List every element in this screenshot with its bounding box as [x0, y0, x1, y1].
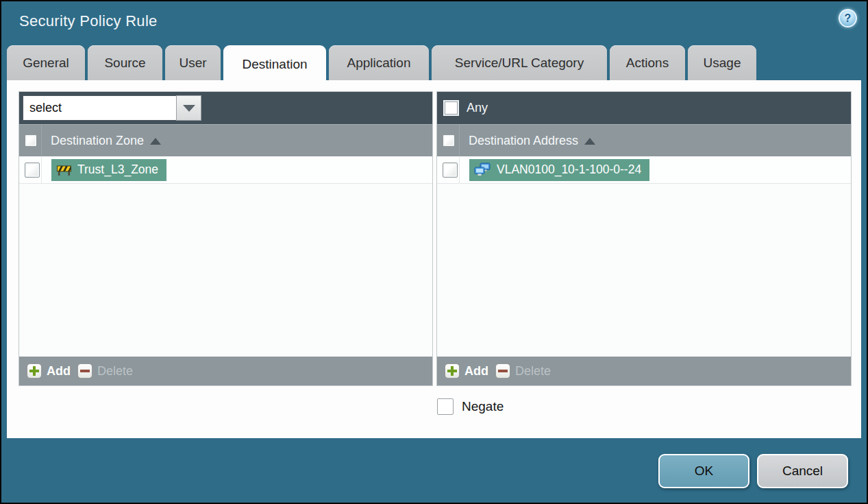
destination-address-panel: Any Destination Address	[436, 91, 852, 386]
zone-list: Trust_L3_Zone	[19, 156, 432, 357]
add-address-label: Add	[464, 364, 488, 379]
zone-panel-topbar	[19, 92, 432, 124]
zone-chip-label: Trust_L3_Zone	[77, 163, 158, 177]
destination-zone-panel: Destination Zone	[18, 91, 433, 386]
help-icon[interactable]: ?	[839, 9, 857, 27]
zone-chip[interactable]: Trust_L3_Zone	[51, 159, 166, 181]
table-row[interactable]: Trust_L3_Zone	[19, 156, 432, 184]
destination-tab-content: Destination Zone	[7, 80, 861, 438]
zone-select-input[interactable]	[23, 95, 176, 121]
tab-bar: General Source User Destination Applicat…	[7, 45, 756, 80]
add-icon	[27, 363, 42, 379]
sort-asc-icon	[150, 138, 161, 145]
zone-column-header: Destination Zone	[19, 124, 432, 156]
address-row-checkbox[interactable]	[443, 163, 458, 178]
delete-zone-label: Delete	[97, 364, 133, 379]
any-label: Any	[467, 101, 488, 115]
address-icon	[474, 163, 491, 177]
zone-column-header-label[interactable]: Destination Zone	[51, 134, 161, 148]
any-checkbox[interactable]	[443, 100, 459, 116]
zone-row-checkbox[interactable]	[25, 163, 40, 178]
delete-icon	[77, 363, 92, 379]
address-chip-label: VLAN0100_10-1-100-0--24	[497, 163, 641, 177]
tab-source[interactable]: Source	[88, 45, 162, 80]
add-icon	[445, 363, 460, 379]
table-row[interactable]: VLAN0100_10-1-100-0--24	[437, 156, 851, 184]
tab-application[interactable]: Application	[329, 45, 429, 80]
negate-label: Negate	[462, 399, 504, 414]
negate-checkbox[interactable]	[437, 398, 454, 415]
delete-zone-button[interactable]: Delete	[77, 363, 133, 379]
address-panel-topbar: Any	[437, 92, 851, 124]
negate-option: Negate	[437, 398, 504, 415]
add-zone-label: Add	[47, 364, 71, 379]
add-address-button[interactable]: Add	[445, 363, 488, 379]
delete-address-label: Delete	[515, 364, 551, 379]
delete-icon	[495, 363, 510, 379]
tab-usage[interactable]: Usage	[688, 45, 756, 80]
zone-icon	[56, 163, 72, 176]
address-column-header: Destination Address	[437, 124, 851, 156]
chevron-down-icon	[183, 105, 195, 112]
title-bar: Security Policy Rule ?	[1, 1, 867, 44]
tab-actions[interactable]: Actions	[610, 45, 685, 80]
address-column-header-text: Destination Address	[469, 134, 578, 148]
zone-select-all-checkbox[interactable]	[25, 134, 37, 147]
tab-destination[interactable]: Destination	[223, 45, 326, 83]
tab-general[interactable]: General	[7, 45, 85, 80]
tab-service-url-category[interactable]: Service/URL Category	[432, 45, 607, 80]
address-select-all-checkbox[interactable]	[443, 134, 455, 147]
address-list: VLAN0100_10-1-100-0--24	[437, 156, 851, 357]
sort-asc-icon	[584, 138, 595, 145]
zone-select-dropdown-button[interactable]	[176, 95, 201, 121]
zone-column-header-text: Destination Zone	[51, 134, 144, 148]
address-toolbar: Add Delete	[437, 357, 851, 385]
page-title: Security Policy Rule	[19, 12, 158, 30]
address-chip[interactable]: VLAN0100_10-1-100-0--24	[469, 159, 649, 181]
ok-button[interactable]: OK	[658, 454, 749, 488]
delete-address-button[interactable]: Delete	[495, 363, 551, 379]
security-policy-rule-dialog: Security Policy Rule ? General Source Us…	[1, 1, 867, 503]
cancel-button[interactable]: Cancel	[757, 454, 848, 488]
tab-user[interactable]: User	[165, 45, 221, 80]
address-column-header-label[interactable]: Destination Address	[469, 134, 595, 148]
add-zone-button[interactable]: Add	[27, 363, 71, 379]
zone-select-combo	[23, 95, 201, 121]
zone-toolbar: Add Delete	[19, 357, 432, 385]
